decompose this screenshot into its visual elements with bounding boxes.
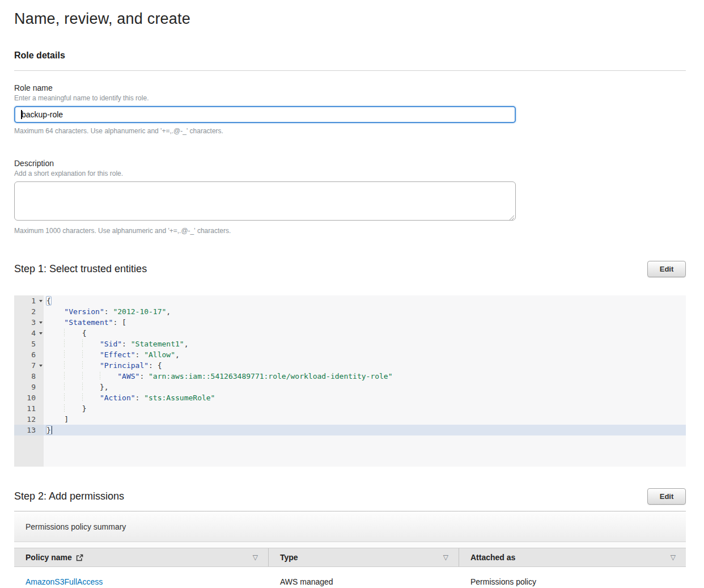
fold-arrow-icon[interactable]: [39, 365, 43, 367]
editor-code-line: "Statement": [: [44, 317, 686, 328]
column-header-policy-name: Policy name ▽: [14, 548, 269, 566]
editor-line[interactable]: 8 "AWS": "arn:aws:iam::541263489771:role…: [14, 371, 686, 382]
line-number: 11: [14, 403, 44, 414]
editor-line[interactable]: 6 "Effect": "Allow",: [14, 349, 686, 360]
description-hint: Add a short explanation for this role.: [14, 170, 686, 177]
column-label: Attached as: [470, 553, 515, 562]
line-number: 5: [14, 339, 44, 349]
column-header-attached-as: Attached as ▽: [459, 548, 686, 566]
editor-line[interactable]: 9 },: [14, 382, 686, 392]
line-number: 9: [14, 382, 44, 392]
editor-code-line: "AWS": "arn:aws:iam::541263489771:role/w…: [44, 371, 686, 382]
cell-attached-as: Permissions policy: [459, 577, 686, 586]
line-number: 7: [14, 360, 44, 371]
step2-title: Step 2: Add permissions: [14, 490, 124, 502]
line-number: 10: [14, 392, 44, 403]
description-label: Description: [14, 159, 686, 168]
description-constraint: Maximum 1000 characters. Use alphanumeri…: [14, 227, 686, 235]
editor-code-line: {: [44, 295, 686, 306]
step1-edit-button[interactable]: Edit: [647, 261, 686, 277]
filter-dropdown-icon[interactable]: ▽: [253, 553, 258, 561]
editor-code-line: ]: [44, 414, 686, 425]
editor-line[interactable]: 12 ]: [14, 414, 686, 425]
role-name-input-wrap: [14, 106, 516, 123]
external-link-icon: [76, 554, 83, 561]
line-number: 2: [14, 306, 44, 317]
line-number: 6: [14, 349, 44, 360]
fold-arrow-icon[interactable]: [39, 322, 43, 324]
column-header-type: Type ▽: [269, 548, 459, 566]
line-number: 1: [14, 295, 44, 306]
role-details-heading: Role details: [14, 50, 686, 61]
table-spacer: [14, 542, 686, 548]
editor-code-line: }: [44, 425, 686, 435]
cell-policy-name: AmazonS3FullAccess: [14, 577, 269, 586]
editor-line[interactable]: 1{: [14, 295, 686, 306]
role-name-hint: Enter a meaningful name to identify this…: [14, 94, 686, 102]
step2-edit-button[interactable]: Edit: [647, 488, 686, 505]
cell-type: AWS managed: [269, 577, 459, 586]
editor-line[interactable]: 2 "Version": "2012-10-17",: [14, 306, 686, 317]
line-number: 13: [14, 425, 44, 435]
line-number: 12: [14, 414, 44, 425]
role-name-label: Role name: [14, 83, 686, 92]
permissions-panel-title: Permissions policy summary: [26, 522, 126, 531]
column-label: Policy name: [26, 553, 72, 562]
policy-table-header: Policy name ▽ Type ▽ Attached as ▽: [14, 548, 686, 567]
fold-arrow-icon[interactable]: [39, 332, 43, 335]
page-title: Name, review, and create: [14, 10, 686, 28]
editor-code-line: "Action": "sts:AssumeRole": [44, 392, 686, 403]
editor-line[interactable]: 4 {: [14, 328, 686, 339]
description-textarea-wrap: [14, 181, 516, 223]
policy-editor[interactable]: 1{2 "Version": "2012-10-17",3 "Statement…: [14, 295, 686, 467]
section-divider: [14, 70, 686, 71]
line-number: 3: [14, 317, 44, 328]
editor-code-line: "Principal": {: [44, 360, 686, 371]
editor-line[interactable]: 10 "Action": "sts:AssumeRole": [14, 392, 686, 403]
filter-dropdown-icon[interactable]: ▽: [443, 553, 448, 561]
step1-header: Step 1: Select trusted entities Edit: [14, 261, 686, 277]
editor-line[interactable]: 7 "Principal": {: [14, 360, 686, 371]
editor-code-line: {: [44, 328, 686, 339]
policy-name-link[interactable]: AmazonS3FullAccess: [26, 577, 103, 586]
editor-code-line: "Effect": "Allow",: [44, 349, 686, 360]
editor-code-line: "Version": "2012-10-17",: [44, 306, 686, 317]
editor-code-line: }: [44, 403, 686, 414]
editor-line[interactable]: 3 "Statement": [: [14, 317, 686, 328]
editor-code-line: "Sid": "Statement1",: [44, 339, 686, 349]
line-number: 4: [14, 328, 44, 339]
editor-line[interactable]: 13}: [14, 425, 686, 435]
role-name-input[interactable]: [14, 106, 516, 123]
editor-line[interactable]: 11 }: [14, 403, 686, 414]
description-textarea[interactable]: [14, 181, 516, 221]
editor-line[interactable]: 5 "Sid": "Statement1",: [14, 339, 686, 349]
fold-arrow-icon[interactable]: [39, 300, 43, 302]
line-number: 8: [14, 371, 44, 382]
editor-code-line: },: [44, 382, 686, 392]
permissions-panel-header: Permissions policy summary: [14, 511, 686, 542]
step1-title: Step 1: Select trusted entities: [14, 263, 147, 275]
editor-cursor: [52, 426, 53, 434]
step2-header: Step 2: Add permissions Edit: [14, 488, 686, 505]
column-label: Type: [280, 553, 298, 562]
filter-dropdown-icon[interactable]: ▽: [671, 553, 676, 561]
page-container: Name, review, and create Role details Ro…: [0, 0, 704, 588]
role-name-constraint: Maximum 64 characters. Use alphanumeric …: [14, 127, 686, 135]
table-row: AmazonS3FullAccess AWS managed Permissio…: [14, 567, 686, 588]
